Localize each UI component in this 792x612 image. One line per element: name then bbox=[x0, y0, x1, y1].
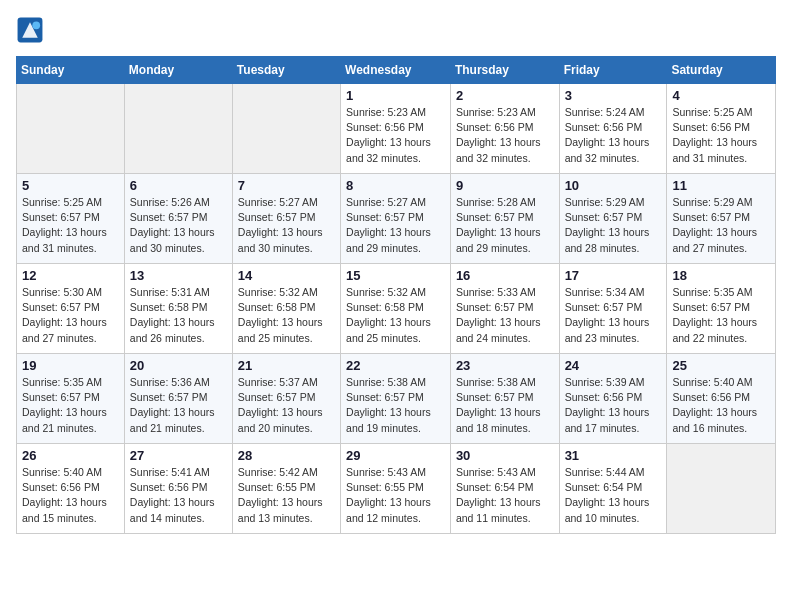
calendar-cell: 12Sunrise: 5:30 AM Sunset: 6:57 PM Dayli… bbox=[17, 264, 125, 354]
day-info: Sunrise: 5:31 AM Sunset: 6:58 PM Dayligh… bbox=[130, 285, 227, 346]
calendar-cell: 1Sunrise: 5:23 AM Sunset: 6:56 PM Daylig… bbox=[341, 84, 451, 174]
page-header bbox=[16, 16, 776, 44]
day-number: 15 bbox=[346, 268, 445, 283]
day-info: Sunrise: 5:24 AM Sunset: 6:56 PM Dayligh… bbox=[565, 105, 662, 166]
day-info: Sunrise: 5:42 AM Sunset: 6:55 PM Dayligh… bbox=[238, 465, 335, 526]
day-info: Sunrise: 5:41 AM Sunset: 6:56 PM Dayligh… bbox=[130, 465, 227, 526]
calendar-cell: 23Sunrise: 5:38 AM Sunset: 6:57 PM Dayli… bbox=[450, 354, 559, 444]
day-number: 12 bbox=[22, 268, 119, 283]
logo bbox=[16, 16, 48, 44]
day-number: 5 bbox=[22, 178, 119, 193]
day-info: Sunrise: 5:25 AM Sunset: 6:57 PM Dayligh… bbox=[22, 195, 119, 256]
calendar-cell: 21Sunrise: 5:37 AM Sunset: 6:57 PM Dayli… bbox=[232, 354, 340, 444]
calendar-week-row: 5Sunrise: 5:25 AM Sunset: 6:57 PM Daylig… bbox=[17, 174, 776, 264]
calendar-cell: 14Sunrise: 5:32 AM Sunset: 6:58 PM Dayli… bbox=[232, 264, 340, 354]
calendar-cell: 15Sunrise: 5:32 AM Sunset: 6:58 PM Dayli… bbox=[341, 264, 451, 354]
day-info: Sunrise: 5:25 AM Sunset: 6:56 PM Dayligh… bbox=[672, 105, 770, 166]
day-number: 29 bbox=[346, 448, 445, 463]
calendar-cell: 11Sunrise: 5:29 AM Sunset: 6:57 PM Dayli… bbox=[667, 174, 776, 264]
day-number: 16 bbox=[456, 268, 554, 283]
day-number: 10 bbox=[565, 178, 662, 193]
svg-point-2 bbox=[32, 21, 40, 29]
calendar-cell: 26Sunrise: 5:40 AM Sunset: 6:56 PM Dayli… bbox=[17, 444, 125, 534]
day-info: Sunrise: 5:33 AM Sunset: 6:57 PM Dayligh… bbox=[456, 285, 554, 346]
day-info: Sunrise: 5:30 AM Sunset: 6:57 PM Dayligh… bbox=[22, 285, 119, 346]
day-info: Sunrise: 5:43 AM Sunset: 6:54 PM Dayligh… bbox=[456, 465, 554, 526]
calendar-cell: 4Sunrise: 5:25 AM Sunset: 6:56 PM Daylig… bbox=[667, 84, 776, 174]
calendar-cell bbox=[232, 84, 340, 174]
day-number: 13 bbox=[130, 268, 227, 283]
day-info: Sunrise: 5:40 AM Sunset: 6:56 PM Dayligh… bbox=[672, 375, 770, 436]
weekday-header: Saturday bbox=[667, 57, 776, 84]
day-info: Sunrise: 5:34 AM Sunset: 6:57 PM Dayligh… bbox=[565, 285, 662, 346]
day-info: Sunrise: 5:29 AM Sunset: 6:57 PM Dayligh… bbox=[672, 195, 770, 256]
calendar-cell: 31Sunrise: 5:44 AM Sunset: 6:54 PM Dayli… bbox=[559, 444, 667, 534]
weekday-header: Friday bbox=[559, 57, 667, 84]
day-info: Sunrise: 5:40 AM Sunset: 6:56 PM Dayligh… bbox=[22, 465, 119, 526]
day-number: 26 bbox=[22, 448, 119, 463]
day-number: 27 bbox=[130, 448, 227, 463]
day-info: Sunrise: 5:44 AM Sunset: 6:54 PM Dayligh… bbox=[565, 465, 662, 526]
day-info: Sunrise: 5:29 AM Sunset: 6:57 PM Dayligh… bbox=[565, 195, 662, 256]
calendar-cell: 17Sunrise: 5:34 AM Sunset: 6:57 PM Dayli… bbox=[559, 264, 667, 354]
weekday-header: Tuesday bbox=[232, 57, 340, 84]
day-number: 24 bbox=[565, 358, 662, 373]
calendar-table: SundayMondayTuesdayWednesdayThursdayFrid… bbox=[16, 56, 776, 534]
calendar-cell: 13Sunrise: 5:31 AM Sunset: 6:58 PM Dayli… bbox=[124, 264, 232, 354]
day-number: 17 bbox=[565, 268, 662, 283]
day-number: 7 bbox=[238, 178, 335, 193]
calendar-cell: 7Sunrise: 5:27 AM Sunset: 6:57 PM Daylig… bbox=[232, 174, 340, 264]
calendar-cell: 2Sunrise: 5:23 AM Sunset: 6:56 PM Daylig… bbox=[450, 84, 559, 174]
day-info: Sunrise: 5:43 AM Sunset: 6:55 PM Dayligh… bbox=[346, 465, 445, 526]
calendar-week-row: 12Sunrise: 5:30 AM Sunset: 6:57 PM Dayli… bbox=[17, 264, 776, 354]
day-number: 3 bbox=[565, 88, 662, 103]
calendar-cell bbox=[17, 84, 125, 174]
calendar-cell: 3Sunrise: 5:24 AM Sunset: 6:56 PM Daylig… bbox=[559, 84, 667, 174]
day-info: Sunrise: 5:38 AM Sunset: 6:57 PM Dayligh… bbox=[346, 375, 445, 436]
logo-icon bbox=[16, 16, 44, 44]
day-info: Sunrise: 5:28 AM Sunset: 6:57 PM Dayligh… bbox=[456, 195, 554, 256]
day-number: 1 bbox=[346, 88, 445, 103]
day-info: Sunrise: 5:27 AM Sunset: 6:57 PM Dayligh… bbox=[238, 195, 335, 256]
day-number: 23 bbox=[456, 358, 554, 373]
calendar-cell: 25Sunrise: 5:40 AM Sunset: 6:56 PM Dayli… bbox=[667, 354, 776, 444]
calendar-week-row: 26Sunrise: 5:40 AM Sunset: 6:56 PM Dayli… bbox=[17, 444, 776, 534]
day-info: Sunrise: 5:35 AM Sunset: 6:57 PM Dayligh… bbox=[22, 375, 119, 436]
calendar-cell: 22Sunrise: 5:38 AM Sunset: 6:57 PM Dayli… bbox=[341, 354, 451, 444]
day-info: Sunrise: 5:36 AM Sunset: 6:57 PM Dayligh… bbox=[130, 375, 227, 436]
day-number: 18 bbox=[672, 268, 770, 283]
calendar-cell: 24Sunrise: 5:39 AM Sunset: 6:56 PM Dayli… bbox=[559, 354, 667, 444]
day-number: 30 bbox=[456, 448, 554, 463]
calendar-cell: 9Sunrise: 5:28 AM Sunset: 6:57 PM Daylig… bbox=[450, 174, 559, 264]
day-number: 28 bbox=[238, 448, 335, 463]
calendar-cell bbox=[124, 84, 232, 174]
day-info: Sunrise: 5:35 AM Sunset: 6:57 PM Dayligh… bbox=[672, 285, 770, 346]
day-number: 14 bbox=[238, 268, 335, 283]
weekday-header: Sunday bbox=[17, 57, 125, 84]
calendar-cell: 19Sunrise: 5:35 AM Sunset: 6:57 PM Dayli… bbox=[17, 354, 125, 444]
day-info: Sunrise: 5:23 AM Sunset: 6:56 PM Dayligh… bbox=[346, 105, 445, 166]
calendar-cell: 8Sunrise: 5:27 AM Sunset: 6:57 PM Daylig… bbox=[341, 174, 451, 264]
day-info: Sunrise: 5:32 AM Sunset: 6:58 PM Dayligh… bbox=[238, 285, 335, 346]
weekday-header: Wednesday bbox=[341, 57, 451, 84]
weekday-header: Monday bbox=[124, 57, 232, 84]
calendar-cell: 6Sunrise: 5:26 AM Sunset: 6:57 PM Daylig… bbox=[124, 174, 232, 264]
day-number: 11 bbox=[672, 178, 770, 193]
day-info: Sunrise: 5:27 AM Sunset: 6:57 PM Dayligh… bbox=[346, 195, 445, 256]
day-info: Sunrise: 5:38 AM Sunset: 6:57 PM Dayligh… bbox=[456, 375, 554, 436]
day-number: 22 bbox=[346, 358, 445, 373]
day-number: 4 bbox=[672, 88, 770, 103]
calendar-cell: 28Sunrise: 5:42 AM Sunset: 6:55 PM Dayli… bbox=[232, 444, 340, 534]
calendar-cell: 5Sunrise: 5:25 AM Sunset: 6:57 PM Daylig… bbox=[17, 174, 125, 264]
day-number: 6 bbox=[130, 178, 227, 193]
calendar-cell: 16Sunrise: 5:33 AM Sunset: 6:57 PM Dayli… bbox=[450, 264, 559, 354]
day-number: 2 bbox=[456, 88, 554, 103]
day-info: Sunrise: 5:37 AM Sunset: 6:57 PM Dayligh… bbox=[238, 375, 335, 436]
calendar-cell: 30Sunrise: 5:43 AM Sunset: 6:54 PM Dayli… bbox=[450, 444, 559, 534]
day-number: 19 bbox=[22, 358, 119, 373]
calendar-week-row: 1Sunrise: 5:23 AM Sunset: 6:56 PM Daylig… bbox=[17, 84, 776, 174]
weekday-header: Thursday bbox=[450, 57, 559, 84]
day-info: Sunrise: 5:26 AM Sunset: 6:57 PM Dayligh… bbox=[130, 195, 227, 256]
day-info: Sunrise: 5:32 AM Sunset: 6:58 PM Dayligh… bbox=[346, 285, 445, 346]
calendar-cell: 10Sunrise: 5:29 AM Sunset: 6:57 PM Dayli… bbox=[559, 174, 667, 264]
